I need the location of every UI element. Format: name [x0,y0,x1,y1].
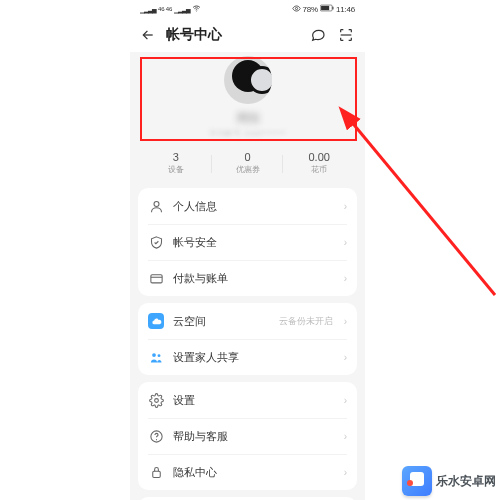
stat-coins[interactable]: 0.00 花币 [283,151,355,175]
privacy-icon [148,465,164,481]
wifi-icon [192,4,201,15]
watermark: 乐水安卓网 [402,466,496,496]
title-bar: 帐号中心 [130,18,365,52]
row-label: 设置 [173,393,335,408]
battery-icon [320,4,334,14]
avatar[interactable] [224,56,272,104]
stats-row: 3 设备 0 优惠券 0.00 花币 [138,151,357,181]
svg-point-11 [155,439,156,440]
chevron-right-icon: › [344,431,347,442]
stat-devices[interactable]: 3 设备 [140,151,212,175]
scan-icon[interactable] [337,26,355,44]
profile-sub: 华为帐号 1520******** [209,128,286,139]
stat-label: 花币 [311,164,327,175]
section-card: 云空间 云备份未开启 › 设置家人共享 › [138,303,357,375]
watermark-text: 乐水安卓网 [436,473,496,490]
row-privacy-center[interactable]: 隐私中心 › [148,454,347,490]
svg-point-7 [152,353,156,357]
person-icon [148,198,164,214]
row-label: 帮助与客服 [173,429,335,444]
row-settings[interactable]: 设置 › [148,382,347,418]
svg-point-0 [196,10,197,11]
stat-value: 0 [244,151,250,163]
section-card: 个人信息 › 帐号安全 › 付款与账单 › [138,188,357,296]
help-icon [148,429,164,445]
chevron-right-icon: › [344,467,347,478]
row-cloud-space[interactable]: 云空间 云备份未开启 › [148,303,347,339]
profile-block[interactable]: 周恒 华为帐号 1520******** [138,52,357,145]
svg-rect-6 [150,275,161,283]
battery-percent: 78% [303,5,318,14]
row-label: 个人信息 [173,199,335,214]
row-label: 设置家人共享 [173,350,335,365]
svg-rect-4 [332,6,333,9]
back-button[interactable] [140,27,156,43]
row-account-security[interactable]: 帐号安全 › [148,224,347,260]
stat-value: 0.00 [308,151,329,163]
shield-icon [148,235,164,251]
profile-name: 周恒 [236,110,260,127]
clock-time: 11:46 [336,5,355,14]
row-label: 云空间 [173,314,270,329]
signal-icon: ▁▂▃▅ [140,6,156,13]
carrier-label: 46 46 [158,6,172,12]
chevron-right-icon: › [344,237,347,248]
chevron-right-icon: › [344,395,347,406]
row-help-cs[interactable]: 帮助与客服 › [148,418,347,454]
gear-icon [148,392,164,408]
chat-icon[interactable] [309,26,327,44]
page-title: 帐号中心 [166,26,299,44]
svg-point-9 [154,398,158,402]
svg-rect-12 [152,471,160,477]
chevron-right-icon: › [344,352,347,363]
row-extra: 云备份未开启 [279,315,333,328]
chevron-right-icon: › [344,316,347,327]
signal-icon-2: ▁▂▃▅ [174,6,190,13]
stat-label: 设备 [168,164,184,175]
chevron-right-icon: › [344,201,347,212]
svg-rect-3 [321,6,329,10]
eye-icon [292,4,301,15]
svg-point-1 [295,7,297,9]
svg-point-8 [157,354,160,357]
row-personal-info[interactable]: 个人信息 › [148,188,347,224]
section-card: 设置 › 帮助与客服 › 隐私中心 › [138,382,357,490]
svg-line-13 [350,120,495,295]
family-icon [148,350,164,366]
row-label: 帐号安全 [173,235,335,250]
stat-coupons[interactable]: 0 优惠券 [212,151,284,175]
row-payment-bills[interactable]: 付款与账单 › [148,260,347,296]
row-label: 隐私中心 [173,465,335,480]
watermark-icon [402,466,432,496]
stat-value: 3 [173,151,179,163]
stat-label: 优惠券 [236,164,260,175]
svg-point-5 [154,201,159,206]
chevron-right-icon: › [344,273,347,284]
card-icon [148,271,164,287]
row-family-share[interactable]: 设置家人共享 › [148,339,347,375]
status-bar: ▁▂▃▅ 46 46 ▁▂▃▅ 78% 11:46 [130,0,365,18]
row-label: 付款与账单 [173,271,335,286]
cloud-icon [148,313,164,329]
